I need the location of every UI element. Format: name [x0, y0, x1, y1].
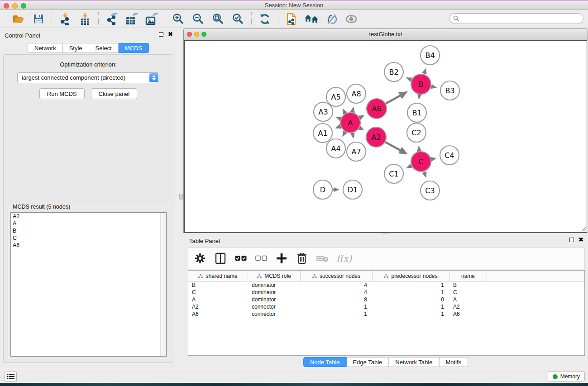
- graph-edge-C-C1[interactable]: [407, 166, 411, 167]
- zoom-fit-button[interactable]: [211, 12, 225, 26]
- export-network-button[interactable]: [105, 12, 119, 26]
- graph-edge-A2-C[interactable]: [385, 142, 406, 153]
- zoom-selected-button[interactable]: [231, 12, 245, 26]
- graph-node-A8[interactable]: A8: [347, 84, 366, 103]
- table-cell[interactable]: dominator: [248, 281, 301, 289]
- graph-edge-A-A8[interactable]: [353, 108, 354, 112]
- network-window-titlebar[interactable]: testGlobe.txt: [184, 29, 588, 40]
- graph-edge-A-A6[interactable]: [359, 116, 363, 118]
- maximize-window-button[interactable]: [21, 3, 26, 9]
- export-image-button[interactable]: [145, 12, 158, 26]
- table-cell[interactable]: dominator: [248, 296, 301, 303]
- open-file-button[interactable]: [12, 12, 25, 26]
- import-network-button[interactable]: [58, 12, 72, 26]
- memory-button[interactable]: Memory: [548, 372, 585, 381]
- column-header-successor-nodes[interactable]: successor nodes: [301, 271, 373, 281]
- close-window-button[interactable]: [4, 3, 9, 9]
- close-panel-icon[interactable]: ✖: [168, 32, 173, 37]
- graph-node-D1[interactable]: D1: [343, 180, 362, 199]
- table-row[interactable]: Adominator80A: [188, 296, 584, 303]
- column-header-MCDS-role[interactable]: MCDS role: [248, 271, 301, 281]
- mcds-result-list[interactable]: A2ABCA6: [10, 212, 167, 357]
- tab-network-table[interactable]: Network Table: [389, 357, 439, 367]
- graph-node-B[interactable]: B: [411, 74, 431, 94]
- table-row[interactable]: Cdominator41C: [188, 289, 584, 296]
- graph-node-A5[interactable]: A5: [326, 87, 345, 106]
- graph-edge-A-A2[interactable]: [359, 128, 363, 130]
- table-cell[interactable]: 4: [301, 281, 373, 289]
- table-settings-button[interactable]: [194, 252, 206, 265]
- tab-network[interactable]: Network: [28, 43, 63, 53]
- tab-edge-table[interactable]: Edge Table: [346, 357, 389, 367]
- graph-node-C2[interactable]: C2: [407, 123, 426, 142]
- graph-node-A1[interactable]: A1: [313, 124, 332, 143]
- table-cell[interactable]: A6: [188, 310, 248, 318]
- close-panel-button[interactable]: Close panel: [91, 88, 138, 99]
- graph-node-A2[interactable]: A2: [366, 127, 386, 147]
- minimize-window-button[interactable]: [12, 3, 18, 9]
- graph-node-D[interactable]: D: [313, 180, 332, 199]
- resize-grip-icon[interactable]: [580, 226, 586, 232]
- table-cell[interactable]: 4: [301, 289, 373, 296]
- table-close-panel-icon[interactable]: ✖: [578, 238, 583, 242]
- open-session-button[interactable]: [285, 12, 298, 26]
- add-column-button[interactable]: [275, 252, 288, 265]
- table-cell[interactable]: B: [449, 281, 487, 289]
- table-cell[interactable]: 1: [301, 303, 373, 310]
- table-row[interactable]: A2connector11A2: [188, 303, 584, 310]
- graph-edge-C-C4[interactable]: [431, 158, 435, 159]
- table-cell[interactable]: connector: [248, 303, 301, 310]
- graph-node-A4[interactable]: A4: [326, 139, 345, 158]
- float-panel-icon[interactable]: [159, 32, 163, 37]
- graph-node-C3[interactable]: C3: [421, 181, 440, 200]
- tab-style[interactable]: Style: [63, 43, 89, 53]
- table-row[interactable]: Bdominator41B: [188, 281, 584, 289]
- table-float-panel-icon[interactable]: [569, 238, 574, 242]
- network-graph[interactable]: B4B2BB3A8A5A6A3B1AC2A1A2A4A7C4CC1C3DD1: [185, 41, 587, 232]
- result-list-item[interactable]: C: [11, 234, 166, 242]
- search-input[interactable]: [449, 13, 583, 24]
- graph-node-B4[interactable]: B4: [421, 46, 440, 65]
- table-row[interactable]: A6connector11A6: [188, 310, 584, 318]
- result-list-item[interactable]: A: [11, 220, 166, 227]
- criterion-select[interactable]: largest connected component (directed): [17, 72, 159, 83]
- table-cell[interactable]: A: [188, 296, 248, 303]
- graph-node-B2[interactable]: B2: [384, 62, 403, 81]
- table-cell[interactable]: C: [188, 289, 248, 296]
- table-cell[interactable]: 1: [373, 281, 449, 289]
- graph-edge-B-B1[interactable]: [419, 95, 420, 99]
- graph-edge-B-B2[interactable]: [407, 78, 411, 80]
- column-visibility-button[interactable]: [214, 252, 227, 265]
- result-list-item[interactable]: A6: [11, 242, 166, 249]
- table-cell[interactable]: A6: [449, 310, 487, 318]
- select-all-columns-button[interactable]: [234, 252, 247, 265]
- run-mcds-button[interactable]: Run MCDS: [39, 88, 85, 99]
- save-session-button[interactable]: [32, 12, 45, 26]
- network-maximize-button[interactable]: [201, 32, 206, 37]
- table-cell[interactable]: A2: [449, 303, 487, 310]
- table-cell[interactable]: 1: [373, 289, 449, 296]
- graph-node-A[interactable]: A: [340, 113, 360, 133]
- node-table[interactable]: shared nameMCDS rolesuccessor nodesprede…: [188, 270, 585, 356]
- column-header-name[interactable]: name: [449, 271, 487, 281]
- graph-node-A3[interactable]: A3: [314, 102, 333, 121]
- table-cell[interactable]: 1: [301, 310, 373, 318]
- result-list-item[interactable]: B: [11, 227, 166, 234]
- graph-node-A6[interactable]: A6: [367, 99, 387, 119]
- hide-analyzer-button[interactable]: f: [325, 12, 338, 26]
- graph-edge-B-B4[interactable]: [424, 69, 426, 75]
- refresh-view-button[interactable]: [258, 12, 272, 26]
- delete-column-button[interactable]: [296, 252, 308, 265]
- graph-node-A7[interactable]: A7: [347, 142, 366, 161]
- graph-node-B3[interactable]: B3: [440, 81, 459, 100]
- column-header-shared-name[interactable]: shared name: [188, 271, 248, 281]
- graph-edge-A6-B[interactable]: [386, 92, 406, 104]
- vertical-splitter-handle[interactable]: [179, 194, 183, 200]
- network-minimize-button[interactable]: [194, 32, 199, 37]
- column-header-predecessor-nodes[interactable]: predecessor nodes: [373, 271, 449, 281]
- home-button[interactable]: [305, 12, 318, 26]
- graph-edge-A-A5[interactable]: [343, 110, 345, 114]
- graph-edge-B-B3[interactable]: [431, 86, 435, 87]
- table-cell[interactable]: 1: [373, 310, 449, 318]
- table-cell[interactable]: 8: [301, 296, 373, 303]
